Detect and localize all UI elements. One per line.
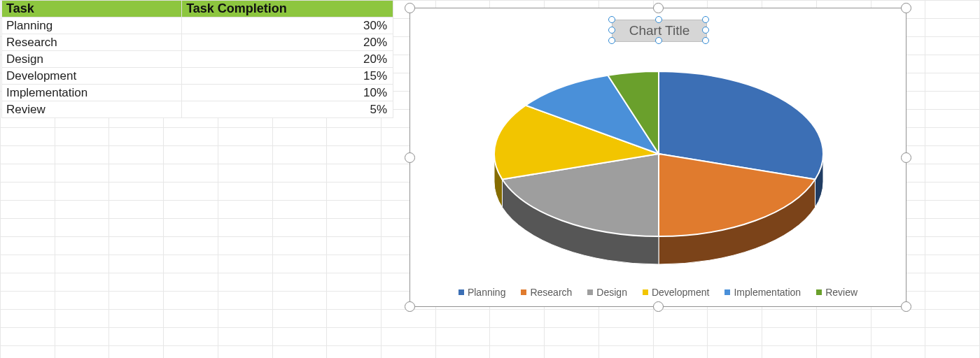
resize-handle-top-mid-icon[interactable] <box>653 3 664 13</box>
resize-handle-bot-left-icon[interactable] <box>405 301 415 312</box>
legend-label: Research <box>530 287 572 298</box>
legend-label: Review <box>825 287 858 298</box>
pie-chart[interactable] <box>487 49 830 280</box>
cell-pct[interactable]: 30% <box>182 17 393 34</box>
legend-label: Planning <box>468 287 506 298</box>
title-handle-mid-right-icon[interactable] <box>702 27 709 34</box>
resize-handle-bot-right-icon[interactable] <box>901 301 911 312</box>
cell-task[interactable]: Research <box>2 34 182 51</box>
cell-pct[interactable]: 20% <box>182 51 393 68</box>
title-handle-top-mid-icon[interactable] <box>655 16 662 23</box>
title-handle-bot-left-icon[interactable] <box>608 37 615 44</box>
chart-plot-area[interactable]: Chart Title Planning Research <box>410 8 906 307</box>
chart-title[interactable]: Chart Title <box>612 20 706 41</box>
legend-label: Implementation <box>734 287 801 298</box>
legend-swatch-icon <box>816 289 822 295</box>
legend-swatch-icon <box>643 289 648 295</box>
legend-label: Development <box>652 287 710 298</box>
legend-item[interactable]: Research <box>521 287 572 298</box>
chart-object[interactable]: Chart Title Planning Research <box>410 8 906 307</box>
table-row[interactable]: Implementation 10% <box>2 85 393 101</box>
cell-pct[interactable]: 5% <box>182 101 393 118</box>
legend-swatch-icon <box>587 289 593 295</box>
cell-task[interactable]: Design <box>2 51 182 68</box>
resize-handle-bot-mid-icon[interactable] <box>653 301 664 312</box>
table-row[interactable]: Planning 30% <box>2 17 393 34</box>
legend-swatch-icon <box>724 289 730 295</box>
legend-swatch-icon <box>521 289 526 295</box>
legend-item[interactable]: Implementation <box>724 287 801 298</box>
cell-task[interactable]: Planning <box>2 17 182 34</box>
table-row[interactable]: Review 5% <box>2 101 393 118</box>
title-handle-mid-left-icon[interactable] <box>608 27 615 34</box>
chart-legend[interactable]: Planning Research Design Development Imp… <box>410 287 906 298</box>
cell-task[interactable]: Review <box>2 101 182 118</box>
resize-handle-mid-right-icon[interactable] <box>901 152 911 163</box>
legend-label: Design <box>596 287 627 298</box>
title-handle-bot-right-icon[interactable] <box>702 37 709 44</box>
task-data-table[interactable]: Task Task Completion Planning 30% Resear… <box>1 0 393 118</box>
cell-task[interactable]: Implementation <box>2 85 182 101</box>
legend-item[interactable]: Design <box>587 287 627 298</box>
cell-pct[interactable]: 10% <box>182 85 393 101</box>
legend-item[interactable]: Development <box>643 287 710 298</box>
title-handle-top-right-icon[interactable] <box>702 16 709 23</box>
col-header-task[interactable]: Task <box>2 1 182 17</box>
table-row[interactable]: Research 20% <box>2 34 393 51</box>
resize-handle-mid-left-icon[interactable] <box>405 152 415 163</box>
cell-pct[interactable]: 15% <box>182 68 393 85</box>
col-header-completion[interactable]: Task Completion <box>182 1 393 17</box>
title-handle-top-left-icon[interactable] <box>608 16 615 23</box>
resize-handle-top-left-icon[interactable] <box>405 3 415 13</box>
title-handle-bot-mid-icon[interactable] <box>655 37 662 44</box>
legend-swatch-icon <box>458 289 464 295</box>
cell-task[interactable]: Development <box>2 68 182 85</box>
legend-item[interactable]: Planning <box>458 287 506 298</box>
legend-item[interactable]: Review <box>816 287 858 298</box>
table-row[interactable]: Development 15% <box>2 68 393 85</box>
table-row[interactable]: Design 20% <box>2 51 393 68</box>
cell-pct[interactable]: 20% <box>182 34 393 51</box>
resize-handle-top-right-icon[interactable] <box>901 3 911 13</box>
